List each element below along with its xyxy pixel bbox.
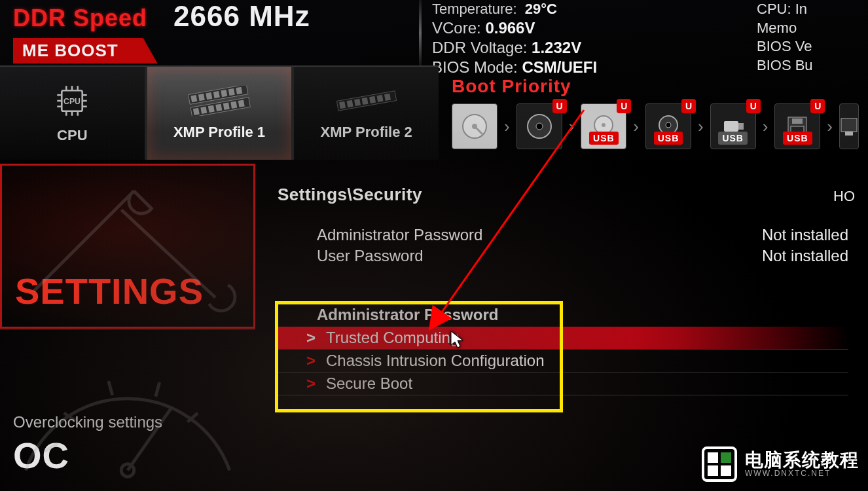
menu-secure-boot[interactable]: > Secure Boot bbox=[278, 373, 848, 395]
svg-rect-23 bbox=[193, 108, 200, 115]
vcore-label: VCore: bbox=[432, 19, 481, 37]
svg-rect-16 bbox=[198, 94, 205, 101]
watermark-title: 电脑系统教程 bbox=[745, 451, 859, 469]
admin-password-value: Not installed bbox=[762, 226, 848, 244]
svg-rect-34 bbox=[361, 98, 368, 105]
svg-point-41 bbox=[536, 123, 543, 130]
chevron-right-icon: > bbox=[306, 374, 318, 393]
svg-rect-15 bbox=[190, 95, 197, 102]
svg-point-45 bbox=[666, 122, 671, 128]
vertical-divider bbox=[419, 0, 422, 65]
boot-device-usb-drive[interactable]: USB U bbox=[710, 103, 756, 149]
boot-device-usb-floppy[interactable]: USB U bbox=[774, 103, 820, 149]
cpu-tab-label: CPU bbox=[57, 127, 87, 144]
boot-device-usb-1[interactable]: USB U bbox=[581, 103, 626, 149]
svg-rect-20 bbox=[228, 88, 235, 96]
cpu-info: CPU: In bbox=[757, 0, 868, 19]
svg-rect-28 bbox=[230, 101, 237, 109]
svg-rect-19 bbox=[221, 90, 227, 97]
menu-trusted-computing[interactable]: > Trusted Computing bbox=[278, 327, 848, 350]
svg-rect-33 bbox=[354, 99, 361, 106]
svg-rect-31 bbox=[339, 101, 346, 109]
svg-rect-29 bbox=[238, 100, 245, 107]
chevron-right-icon: › bbox=[698, 117, 704, 137]
ddr-speed-value: 2666 MHz bbox=[173, 0, 310, 33]
svg-text:CPU: CPU bbox=[63, 97, 81, 106]
xmp1-tab-label: XMP Profile 1 bbox=[173, 124, 265, 141]
svg-rect-24 bbox=[200, 107, 207, 114]
user-password-label[interactable]: User Password bbox=[317, 247, 424, 265]
temperature-value: 29°C bbox=[525, 1, 557, 17]
hdd-icon bbox=[460, 112, 489, 141]
help-text: HO bbox=[833, 188, 855, 205]
bios-version: BIOS Ve bbox=[757, 37, 868, 56]
boot-badge-icon: U bbox=[552, 99, 567, 113]
password-section-heading: Administrator Password bbox=[278, 303, 848, 327]
usb-label: USB bbox=[783, 132, 812, 145]
watermark: 电脑系统教程 WWW.DNXTC.NET bbox=[702, 446, 859, 482]
boot-badge-icon: U bbox=[746, 99, 761, 113]
svg-rect-49 bbox=[792, 118, 803, 124]
boot-priority-title: Boot Priority bbox=[452, 76, 868, 97]
xmp-profile-2-tab[interactable]: XMP Profile 2 bbox=[294, 67, 439, 160]
watermark-url: WWW.DNXTC.NET bbox=[745, 469, 859, 477]
chevron-right-icon: › bbox=[633, 117, 639, 137]
chevron-right-icon: > bbox=[306, 352, 318, 370]
gauge-icon bbox=[7, 336, 249, 483]
boot-device-hdd[interactable] bbox=[452, 103, 497, 149]
tools-icon bbox=[9, 172, 247, 316]
menu-item-label: Secure Boot bbox=[326, 374, 412, 393]
svg-rect-37 bbox=[384, 94, 391, 101]
boot-device-usb-2[interactable]: USB U bbox=[645, 103, 691, 149]
boot-device-disc[interactable]: U bbox=[516, 103, 562, 149]
svg-line-55 bbox=[109, 381, 113, 395]
usb-label: USB bbox=[718, 132, 748, 145]
sidebar-oc-tile[interactable]: Overclocking settings OC bbox=[0, 329, 255, 491]
boot-badge-icon: U bbox=[681, 99, 696, 113]
svg-line-56 bbox=[156, 382, 160, 396]
svg-rect-17 bbox=[206, 92, 212, 100]
svg-rect-52 bbox=[845, 132, 853, 136]
xmp-profile-1-tab[interactable]: XMP Profile 1 bbox=[147, 67, 295, 160]
menu-chassis-intrusion[interactable]: > Chassis Intrusion Configuration bbox=[278, 350, 848, 373]
chevron-right-icon: › bbox=[504, 117, 510, 137]
xmp2-tab-label: XMP Profile 2 bbox=[321, 124, 412, 141]
menu-item-label: Chassis Intrusion Configuration bbox=[326, 352, 545, 370]
memory-info: Memo bbox=[757, 19, 868, 38]
boot-device-network[interactable] bbox=[839, 103, 859, 149]
svg-point-43 bbox=[602, 123, 606, 127]
ddr-voltage-value: 1.232V bbox=[532, 39, 581, 56]
cpu-icon: CPU bbox=[54, 82, 90, 119]
sidebar-settings-tile[interactable]: SETTINGS bbox=[0, 164, 255, 329]
chevron-right-icon: › bbox=[763, 117, 769, 137]
svg-rect-27 bbox=[223, 103, 230, 110]
svg-rect-35 bbox=[369, 96, 376, 103]
svg-rect-25 bbox=[208, 105, 215, 113]
svg-rect-18 bbox=[213, 91, 220, 98]
cpu-profile-tab[interactable]: CPU CPU bbox=[0, 67, 147, 160]
usb-label: USB bbox=[654, 132, 683, 145]
svg-rect-36 bbox=[376, 95, 383, 102]
boot-badge-icon: U bbox=[810, 99, 825, 113]
ram-icon bbox=[187, 86, 252, 116]
svg-rect-32 bbox=[346, 100, 353, 107]
breadcrumb: Settings\Security bbox=[278, 185, 848, 205]
svg-rect-21 bbox=[236, 87, 242, 94]
ddr-voltage-label: DDR Voltage: bbox=[432, 39, 527, 56]
usb-label: USB bbox=[589, 132, 619, 145]
svg-line-58 bbox=[128, 407, 172, 470]
watermark-logo-icon bbox=[702, 446, 737, 482]
svg-rect-51 bbox=[841, 118, 857, 132]
boot-badge-icon: U bbox=[617, 99, 631, 113]
svg-rect-47 bbox=[738, 123, 744, 130]
chevron-right-icon: › bbox=[569, 117, 575, 137]
svg-rect-46 bbox=[724, 121, 738, 132]
svg-line-53 bbox=[45, 444, 57, 452]
game-boost-badge[interactable]: ME BOOST bbox=[13, 38, 158, 64]
ddr-speed-label: DDR Speed bbox=[13, 5, 147, 32]
vcore-value: 0.966V bbox=[485, 19, 535, 37]
menu-item-label: Trusted Computing bbox=[326, 329, 459, 347]
admin-password-label[interactable]: Administrator Password bbox=[317, 226, 482, 244]
disc-icon bbox=[525, 112, 554, 141]
svg-rect-26 bbox=[215, 104, 222, 111]
